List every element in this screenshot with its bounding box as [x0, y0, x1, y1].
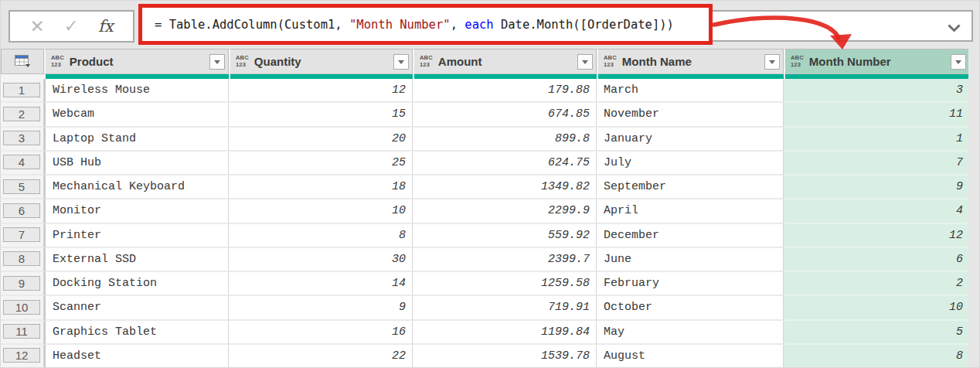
row-number: 3 — [1, 128, 44, 152]
cell-month-name[interactable]: November — [597, 103, 784, 127]
cell-quantity[interactable]: 22 — [229, 345, 413, 368]
cell-month-name[interactable]: September — [597, 175, 784, 199]
formula-prefix: = Table.AddColumn(Custom1, — [155, 18, 349, 32]
column-header-month-name[interactable]: ABC123 Month Name — [597, 49, 784, 74]
column-header-product[interactable]: ABC123 Product — [44, 49, 229, 74]
filter-dropdown-button[interactable] — [577, 54, 593, 70]
cell-product[interactable]: Monitor — [44, 199, 229, 223]
power-query-editor: ✕ ✓ fx = Table.AddColumn(Custom1, "Month… — [0, 0, 980, 368]
cell-amount[interactable]: 2299.9 — [413, 199, 597, 223]
cell-quantity[interactable]: 30 — [229, 248, 413, 272]
formula-suffix: Date.Month([OrderDate])) — [494, 18, 674, 32]
formula-text[interactable]: = Table.AddColumn(Custom1, "Month Number… — [142, 18, 674, 32]
cell-month-number[interactable]: 4 — [784, 199, 970, 223]
cell-amount[interactable]: 1349.82 — [413, 175, 597, 199]
cell-product[interactable]: Docking Station — [44, 272, 229, 296]
cell-month-number[interactable]: 8 — [784, 345, 970, 368]
cell-product[interactable]: Graphics Tablet — [44, 321, 229, 345]
cell-amount[interactable]: 624.75 — [413, 152, 597, 175]
table-corner-button[interactable] — [1, 49, 44, 74]
chevron-down-icon[interactable] — [948, 22, 961, 36]
cell-month-name[interactable]: January — [597, 128, 784, 152]
right-gutter — [968, 49, 979, 368]
cell-quantity[interactable]: 15 — [229, 103, 413, 127]
cell-quantity[interactable]: 16 — [229, 321, 413, 345]
cell-amount[interactable]: 1199.84 — [413, 321, 597, 345]
cell-quantity[interactable]: 14 — [229, 272, 413, 296]
cell-product[interactable]: Wireless Mouse — [44, 79, 229, 103]
cell-month-number[interactable]: 12 — [784, 224, 970, 248]
row-number: 9 — [1, 272, 44, 296]
cell-month-name[interactable]: October — [597, 296, 784, 320]
row-number: 2 — [1, 103, 44, 127]
cell-month-number[interactable]: 7 — [784, 152, 970, 175]
cell-month-name[interactable]: June — [597, 248, 784, 272]
cell-quantity[interactable]: 9 — [229, 296, 413, 320]
cell-month-number[interactable]: 5 — [784, 321, 970, 345]
cell-amount[interactable]: 1539.78 — [413, 345, 597, 368]
cell-amount[interactable]: 1259.58 — [413, 272, 597, 296]
cell-amount[interactable]: 899.8 — [413, 128, 597, 152]
cell-amount[interactable]: 179.88 — [413, 79, 597, 103]
filter-dropdown-button[interactable] — [209, 54, 225, 70]
row-number: 12 — [1, 345, 44, 368]
row-number: 1 — [1, 79, 44, 103]
cell-quantity[interactable]: 20 — [229, 128, 413, 152]
fx-icon[interactable]: fx — [98, 17, 114, 36]
cell-amount[interactable]: 559.92 — [413, 224, 597, 248]
cell-month-name[interactable]: April — [597, 199, 784, 223]
cell-product[interactable]: Scanner — [44, 296, 229, 320]
row-number: 8 — [1, 248, 44, 272]
cell-month-name[interactable]: August — [597, 345, 784, 368]
cell-month-number[interactable]: 10 — [784, 296, 970, 320]
cell-quantity[interactable]: 8 — [229, 224, 413, 248]
cell-product[interactable]: Mechanical Keyboard — [44, 175, 229, 199]
cell-quantity[interactable]: 18 — [229, 175, 413, 199]
cell-product[interactable]: External SSD — [44, 248, 229, 272]
filter-triangle-icon — [955, 60, 961, 64]
cancel-icon[interactable]: ✕ — [29, 18, 44, 36]
column-header-label: Quantity — [254, 55, 393, 68]
cell-month-number[interactable]: 11 — [784, 103, 970, 127]
cell-quantity[interactable]: 10 — [229, 199, 413, 223]
cell-month-name[interactable]: December — [597, 224, 784, 248]
cell-month-name[interactable]: July — [597, 152, 784, 175]
row-number: 5 — [1, 175, 44, 199]
filter-dropdown-button[interactable] — [951, 54, 966, 70]
cell-month-name[interactable]: May — [597, 321, 784, 345]
filter-dropdown-button[interactable] — [393, 54, 409, 70]
column-header-label: Month Name — [622, 55, 764, 68]
check-icon[interactable]: ✓ — [64, 18, 78, 35]
formula-buttons-box: ✕ ✓ fx — [9, 10, 134, 43]
column-type-icon: ABC123 — [51, 55, 64, 68]
cell-month-number[interactable]: 3 — [784, 79, 970, 103]
row-number: 11 — [1, 321, 44, 345]
cell-month-number[interactable]: 1 — [784, 128, 970, 152]
cell-amount[interactable]: 719.91 — [413, 296, 597, 320]
column-type-icon: ABC123 — [791, 55, 804, 68]
column-header-month-number[interactable]: ABC123 Month Number — [784, 49, 970, 74]
row-number: 4 — [1, 152, 44, 175]
cell-amount[interactable]: 674.85 — [413, 103, 597, 127]
cell-month-number[interactable]: 2 — [784, 272, 970, 296]
column-header-quantity[interactable]: ABC123 Quantity — [229, 49, 413, 74]
column-header-amount[interactable]: ABC123 Amount — [413, 49, 597, 74]
cell-month-number[interactable]: 6 — [784, 248, 970, 272]
cell-month-name[interactable]: February — [597, 272, 784, 296]
row-number: 6 — [1, 199, 44, 223]
cell-month-name[interactable]: March — [597, 79, 784, 103]
cell-quantity[interactable]: 25 — [229, 152, 413, 175]
cell-product[interactable]: Printer — [44, 224, 229, 248]
cell-product[interactable]: Webcam — [44, 103, 229, 127]
filter-dropdown-button[interactable] — [764, 54, 780, 70]
column-header-label: Amount — [438, 55, 577, 68]
cell-month-number[interactable]: 9 — [784, 175, 970, 199]
cell-product[interactable]: Laptop Stand — [44, 128, 229, 152]
cell-product[interactable]: USB Hub — [44, 152, 229, 175]
cell-quantity[interactable]: 12 — [229, 79, 413, 103]
column-header-label: Product — [70, 55, 209, 68]
cell-product[interactable]: Headset — [44, 345, 229, 368]
cell-amount[interactable]: 2399.7 — [413, 248, 597, 272]
formula-separator: , — [451, 18, 465, 32]
filter-triangle-icon — [582, 60, 588, 64]
